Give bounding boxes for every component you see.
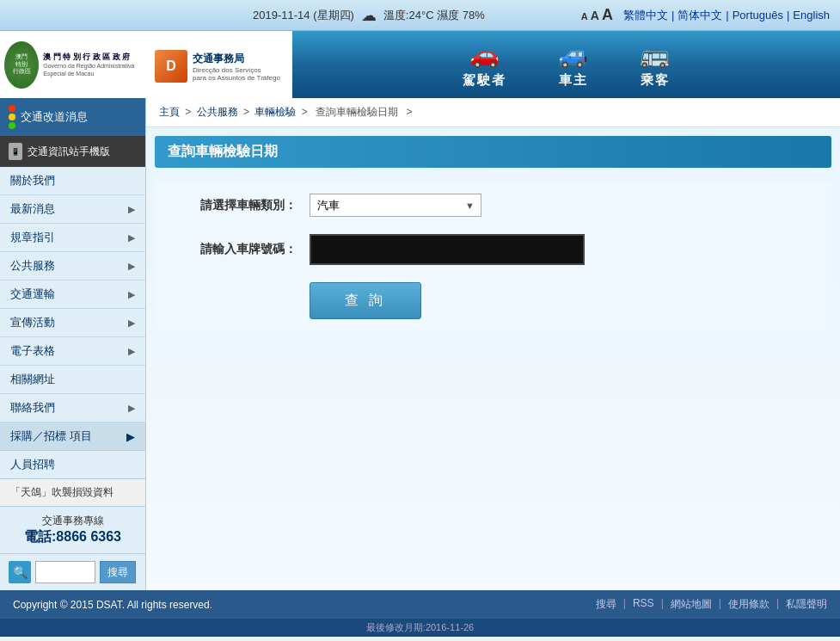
sidebar-contact-label: 聯絡我們 [10,400,55,416]
footer: Copyright © 2015 DSAT. All rights reserv… [0,590,840,619]
nav-driver[interactable]: 🚗 駕駛者 [463,40,506,89]
sep2: | [726,9,728,22]
typhoon-label: 「天鴿」吹襲損毀資料 [10,486,113,498]
footer-copyright: Copyright © 2015 DSAT. All rights reserv… [13,599,212,611]
vehicle-type-select-wrapper: 汽車 電單車 輕型車 重型車 [310,194,481,217]
tl-yellow [9,114,15,120]
dsat-logo: D 交通事務局 Direcção dos Serviços para os As… [155,50,280,83]
nav-passenger-label: 乘客 [641,72,670,89]
breadcrumb-sep1: > [185,106,191,118]
sidebar-item-transport[interactable]: 交通運輸▶ [0,280,145,309]
header-nav: 🚗 駕駛者 🚙 車主 🚌 乘客 [292,31,840,98]
sidebar-item-public-services[interactable]: 公共服務▶ [0,252,145,280]
owner-icon: 🚙 [558,40,588,69]
font-small[interactable]: A [581,11,588,22]
nav-passenger[interactable]: 🚌 乘客 [640,40,670,89]
sidebar-links-label: 相關網址 [10,372,55,387]
breadcrumb-vehicle-inspection[interactable]: 車輛檢驗 [254,106,296,118]
lang-portuguese[interactable]: Português [733,9,783,22]
top-bar-center: 2019-11-14 (星期四) ☁ 溫度:24°C 濕度 78% [253,6,485,25]
query-button[interactable]: 查 詢 [310,282,421,319]
sidebar-traffic-news[interactable]: 交通改道消息 [0,98,145,136]
breadcrumb-sep4: > [406,106,412,118]
breadcrumb-home[interactable]: 主頁 [159,106,180,118]
sidebar-menu: 關於我們 最新消息▶ 規章指引▶ 公共服務▶ 交通運輸▶ 宣傳活動▶ 電子表格▶… [0,167,145,422]
arrow-icon: ▶ [128,317,135,329]
font-medium[interactable]: A [591,9,599,22]
plate-number-label: 請輸入車牌號碼： [172,242,310,257]
sidebar-item-links[interactable]: 相關網址 [0,366,145,394]
mobile-site-label: 交通資訊站手機版 [28,145,110,159]
dsat-label: 交通事務局 [193,52,280,66]
breadcrumb-current: 查詢車輛檢驗日期 [316,106,398,118]
sidebar-item-forms[interactable]: 電子表格▶ [0,337,145,366]
top-bar-right: A A A 繁體中文 | 简体中文 | Português | English [581,6,830,24]
sidebar-item-contact[interactable]: 聯絡我們▶ [0,394,145,422]
header: 澳門特別行政區 澳 門 特 別 行 政 區 政 府 Governo da Reg… [0,31,840,98]
lang-traditional[interactable]: 繁體中文 [623,8,668,23]
lang-simplified[interactable]: 简体中文 [678,8,722,23]
dsat-subtitle2: para os Assuntos de Tráfego [193,74,280,82]
search-button[interactable]: 搜尋 [100,561,136,583]
sidebar-trans-label: 交通運輸 [10,287,55,302]
sidebar-forms-label: 電子表格 [10,343,55,359]
main-container: 交通改道消息 📱 交通資訊站手機版 關於我們 最新消息▶ 規章指引▶ 公共服務▶… [0,98,840,590]
sidebar-item-about[interactable]: 關於我們 [0,167,145,195]
gov-name-line1: 澳 門 特 別 行 政 區 政 府 [43,52,142,63]
search-icon-button[interactable]: 🔍 [9,561,31,583]
sidebar: 交通改道消息 📱 交通資訊站手機版 關於我們 最新消息▶ 規章指引▶ 公共服務▶… [0,98,146,590]
footer-sep2: | [661,597,664,612]
hotline-label: 交通事務專線 [10,514,135,528]
tl-green [9,122,15,129]
footer-date: 最後修改月期:2016-11-26 [0,619,840,637]
font-large[interactable]: A [602,6,613,24]
weather-icon: ☁ [361,6,377,25]
lang-english[interactable]: English [793,9,830,22]
breadcrumb: 主頁 > 公共服務 > 車輛檢驗 > 查詢車輛檢驗日期 > [146,98,840,127]
sidebar-item-activities[interactable]: 宣傳活動▶ [0,309,145,337]
footer-privacy[interactable]: 私隱聲明 [786,597,827,612]
content-wrapper: 主頁 > 公共服務 > 車輛檢驗 > 查詢車輛檢驗日期 > 查詢車輛檢驗日期 請… [146,98,840,590]
dsat-subtitle: Direcção dos Serviços [193,66,280,74]
query-button-row: 查 詢 [172,282,814,319]
nav-driver-label: 駕駛者 [463,72,506,89]
sidebar-search: 🔍 搜尋 [0,554,145,590]
nav-owner[interactable]: 🚙 車主 [558,40,588,89]
breadcrumb-public-service[interactable]: 公共服務 [197,106,238,118]
arrow-icon: ▶ [128,289,135,300]
footer-sep3: | [719,597,721,612]
breadcrumb-sep3: > [302,106,308,118]
weather-info: 溫度:24°C 濕度 78% [383,8,485,23]
breadcrumb-sep2: > [243,106,249,118]
search-input[interactable] [35,561,95,583]
vehicle-type-select[interactable]: 汽車 電單車 輕型車 重型車 [310,194,481,217]
sidebar-item-news[interactable]: 最新消息▶ [0,195,145,224]
footer-rss[interactable]: RSS [633,597,654,612]
dsat-icon: D [155,50,187,83]
sidebar-reg-label: 規章指引 [10,230,55,245]
nav-owner-label: 車主 [559,72,588,89]
footer-sitemap[interactable]: 網站地圖 [671,597,712,612]
sidebar-recruitment[interactable]: 人員招聘 [0,451,145,479]
footer-terms[interactable]: 使用條款 [728,597,769,612]
top-bar: 2019-11-14 (星期四) ☁ 溫度:24°C 濕度 78% A A A … [0,0,840,31]
vehicle-type-label: 請選擇車輛類別： [172,198,310,213]
arrow-icon: ▶ [128,346,135,357]
dsat-text: 交通事務局 Direcção dos Serviços para os Assu… [193,52,280,82]
plate-number-input[interactable] [310,234,585,265]
passenger-icon: 🚌 [640,40,670,69]
arrow-icon: ▶ [128,403,135,414]
sidebar-about-label: 關於我們 [10,173,55,188]
hotline-phone: 電話:8866 6363 [10,528,135,546]
sidebar-item-regulations[interactable]: 規章指引▶ [0,224,145,252]
traffic-news-label: 交通改道消息 [21,109,88,125]
sidebar-typhoon[interactable]: 「天鴿」吹襲損毀資料 [0,479,145,507]
gov-name-line2: Governo da Região Administrativa Especia… [43,62,142,77]
sidebar-mobile-site[interactable]: 📱 交通資訊站手機版 [0,136,145,167]
footer-links: 搜尋 | RSS | 網站地圖 | 使用條款 | 私隱聲明 [596,597,827,612]
footer-search[interactable]: 搜尋 [596,597,616,612]
sidebar-procurement[interactable]: 採購／招標 項目 ▶ [0,422,145,451]
arrow-icon: ▶ [128,232,135,243]
sidebar-act-label: 宣傳活動 [10,315,55,330]
page-title: 查詢車輛檢驗日期 [155,136,831,168]
